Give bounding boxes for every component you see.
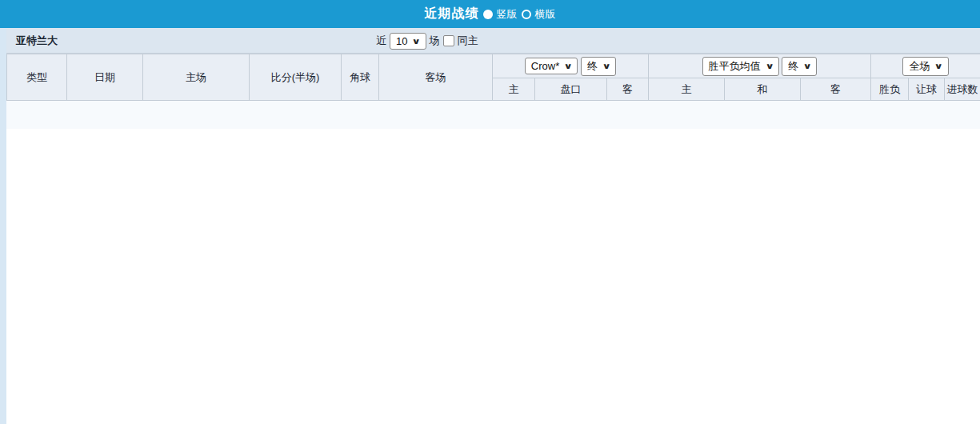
sub-header-handicap-result: 让球 bbox=[909, 78, 945, 101]
titlebar: 近期战绩 竖版 横版 bbox=[0, 0, 980, 28]
col-header-away: 客场 bbox=[379, 54, 493, 101]
sub-header-wdl: 胜负 bbox=[871, 78, 909, 101]
scope-select[interactable]: 全场 bbox=[902, 57, 948, 76]
col-header-type: 类型 bbox=[7, 54, 67, 101]
sub-header-odds-home: 主 bbox=[493, 78, 535, 101]
avg-group-header: 胜平负均值 终 bbox=[649, 54, 871, 78]
layout-option-vertical[interactable]: 竖版 bbox=[497, 7, 518, 22]
chevron-down-icon bbox=[934, 62, 943, 70]
sub-header-odds-away: 客 bbox=[607, 78, 649, 101]
near-label: 近 bbox=[376, 34, 386, 48]
team-name: 亚特兰大 bbox=[6, 34, 58, 48]
page-title: 近期战绩 bbox=[425, 6, 479, 22]
radio-unselected-icon[interactable] bbox=[522, 10, 531, 19]
sub-header-avg-draw: 和 bbox=[725, 78, 801, 101]
col-header-date: 日期 bbox=[67, 54, 143, 101]
layout-option-horizontal[interactable]: 横版 bbox=[535, 7, 556, 22]
chevron-down-icon bbox=[803, 62, 812, 70]
same-home-label: 同主 bbox=[458, 34, 478, 48]
chevron-down-icon bbox=[564, 62, 573, 70]
sub-header-goals: 进球数 bbox=[945, 78, 980, 101]
sub-header-avg-home: 主 bbox=[649, 78, 725, 101]
col-header-corner: 角球 bbox=[342, 54, 379, 101]
chevron-down-icon bbox=[602, 62, 610, 70]
page: 近期战绩 竖版 横版 亚特兰大 近 10 场 同主 bbox=[0, 0, 980, 424]
sub-header-avg-away: 客 bbox=[801, 78, 871, 101]
summary-footer bbox=[6, 101, 980, 129]
sub-header-handicap: 盘口 bbox=[535, 78, 607, 101]
col-header-score: 比分(半场) bbox=[250, 54, 342, 101]
chevron-down-icon bbox=[765, 62, 774, 70]
chevron-down-icon bbox=[412, 37, 421, 46]
same-home-checkbox[interactable] bbox=[443, 35, 454, 46]
avg-time-select[interactable]: 终 bbox=[782, 57, 817, 76]
bookmaker-select[interactable]: Crow* bbox=[525, 58, 578, 74]
avg-type-select[interactable]: 胜平负均值 bbox=[702, 57, 779, 76]
matches-label: 场 bbox=[430, 34, 440, 48]
content-area: 亚特兰大 近 10 场 同主 类型 日期 主场 bbox=[6, 28, 980, 424]
radio-selected-icon[interactable] bbox=[483, 10, 493, 19]
col-header-home: 主场 bbox=[143, 54, 250, 101]
odds-group-header: Crow* 终 bbox=[493, 54, 649, 78]
result-group-header: 全场 bbox=[871, 54, 980, 78]
odds-time-select[interactable]: 终 bbox=[581, 57, 616, 76]
match-count-select[interactable]: 10 bbox=[390, 33, 426, 50]
results-table: 类型 日期 主场 比分(半场) 角球 客场 Crow* 终 胜平负均值 终 bbox=[6, 54, 980, 101]
filter-controls: 近 10 场 同主 bbox=[376, 28, 482, 54]
filter-bar: 亚特兰大 近 10 场 同主 bbox=[6, 28, 980, 54]
